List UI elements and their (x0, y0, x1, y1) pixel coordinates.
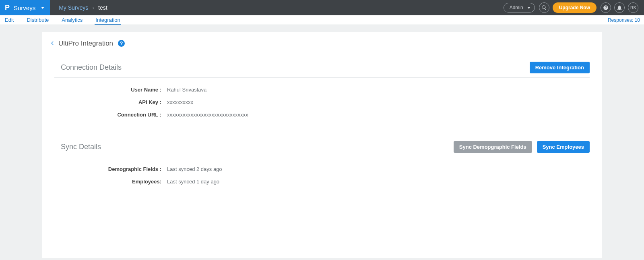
row-emp: Employees: Last synced 1 day ago (54, 175, 590, 188)
avatar-initials: RS (630, 6, 636, 10)
value-apikey: xxxxxxxxxx (167, 99, 193, 105)
label-username: User Name : (54, 87, 167, 93)
brand-menu[interactable]: P Surveys (0, 0, 50, 15)
question-icon: ? (120, 41, 123, 46)
page-help-button[interactable]: ? (118, 40, 125, 47)
label-apikey: API Key : (54, 99, 167, 105)
label-emp: Employees: (54, 179, 167, 185)
sync-employees-button[interactable]: Sync Employees (537, 141, 590, 153)
tab-distribute[interactable]: Distribute (26, 16, 50, 24)
row-username: User Name : Rahul Srivastava (54, 83, 590, 96)
tab-integration[interactable]: Integration (95, 16, 121, 25)
section-connection: Connection Details Remove Integration Us… (54, 62, 590, 121)
page-title-row: UltiPro Integration ? (50, 39, 590, 48)
notifications-button[interactable] (614, 2, 625, 13)
breadcrumb-separator-icon: › (92, 4, 94, 11)
brand-logo-icon: P (5, 4, 10, 11)
help-icon (603, 5, 609, 10)
caret-down-icon (41, 7, 44, 9)
section-sync: Sync Details Sync Demopgraphic Fields Sy… (54, 141, 590, 188)
value-emp: Last synced 1 day ago (167, 179, 219, 185)
caret-down-icon (527, 7, 530, 9)
admin-menu[interactable]: Admin (504, 3, 535, 12)
sync-demographic-button[interactable]: Sync Demopgraphic Fields (454, 141, 532, 153)
search-button[interactable] (539, 2, 549, 13)
section-head-connection: Connection Details Remove Integration (54, 62, 590, 78)
row-url: Connection URL : xxxxxxxxxxxxxxxxxxxxxxx… (54, 108, 590, 121)
user-avatar[interactable]: RS (628, 2, 638, 13)
content-card: UltiPro Integration ? Connection Details… (42, 32, 602, 258)
admin-label: Admin (510, 5, 523, 10)
breadcrumb-current: test (98, 4, 107, 11)
help-button[interactable] (601, 2, 611, 13)
label-demo: Demographic Fields : (54, 166, 167, 172)
back-button[interactable] (50, 39, 55, 48)
section-title-connection: Connection Details (61, 63, 122, 72)
row-apikey: API Key : xxxxxxxxxx (54, 96, 590, 108)
search-icon (541, 5, 547, 10)
sub-nav: Edit Distribute Analytics Integration Re… (0, 15, 644, 25)
top-bar: P Surveys My Surveys › test Admin Upgrad… (0, 0, 644, 15)
value-username: Rahul Srivastava (167, 87, 206, 93)
chevron-left-icon (50, 40, 55, 46)
value-url: xxxxxxxxxxxxxxxxxxxxxxxxxxxxxxx (167, 112, 248, 118)
section-title-sync: Sync Details (61, 143, 101, 151)
breadcrumb-root[interactable]: My Surveys (59, 4, 88, 11)
brand-label: Surveys (14, 4, 35, 11)
upgrade-label: Upgrade Now (559, 5, 590, 10)
tab-analytics[interactable]: Analytics (61, 16, 83, 24)
breadcrumb: My Surveys › test (50, 4, 107, 11)
tab-edit[interactable]: Edit (4, 16, 14, 24)
page-body: UltiPro Integration ? Connection Details… (0, 25, 644, 258)
section-head-sync: Sync Details Sync Demopgraphic Fields Sy… (54, 141, 590, 157)
bell-icon (617, 5, 622, 10)
upgrade-button[interactable]: Upgrade Now (553, 2, 597, 13)
row-demo: Demographic Fields : Last synced 2 days … (54, 163, 590, 175)
label-url: Connection URL : (54, 112, 167, 118)
page-title: UltiPro Integration (58, 40, 113, 48)
remove-integration-button[interactable]: Remove Integration (530, 62, 590, 73)
value-demo: Last synced 2 days ago (167, 166, 222, 172)
responses-count[interactable]: Responses: 10 (608, 17, 640, 23)
